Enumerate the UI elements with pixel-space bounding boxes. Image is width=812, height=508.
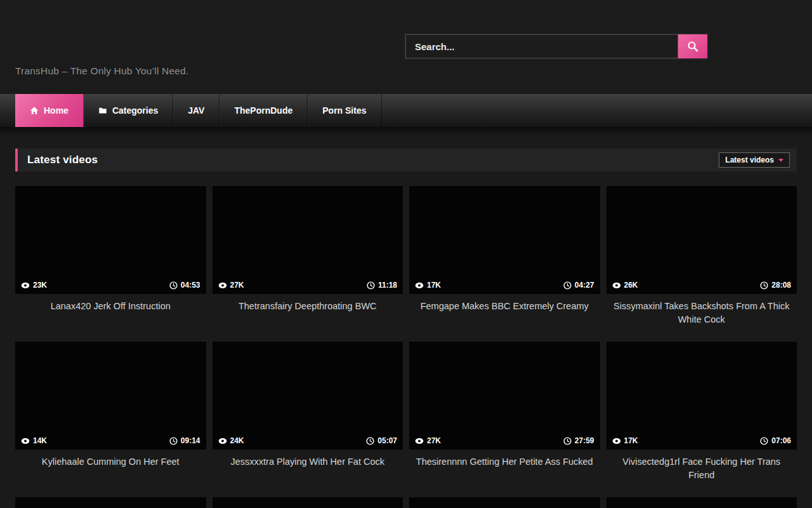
nav-item-theporndude[interactable]: ThePornDude (219, 94, 308, 127)
video-card[interactable] (15, 497, 206, 508)
video-duration-value: 11:18 (378, 281, 397, 290)
video-card[interactable]: 17K 04:27 Femgape Makes BBC Extremely Cr… (409, 186, 600, 326)
thumbnail-meta: 27K 11:18 (213, 276, 403, 294)
video-title[interactable]: Thesirennnn Getting Her Petite Ass Fucke… (409, 455, 600, 478)
video-card[interactable] (409, 497, 600, 508)
view-count-value: 17K (427, 281, 441, 290)
video-thumbnail[interactable]: 27K 27:59 (409, 342, 600, 450)
video-duration-value: 09:14 (181, 436, 200, 445)
video-thumbnail[interactable]: 14K 09:14 (15, 342, 206, 450)
video-thumbnail[interactable] (409, 497, 600, 508)
video-title[interactable]: Thetransfairy Deepthroating BWC (213, 300, 403, 323)
nav-item-categories[interactable]: Categories (84, 94, 173, 127)
eye-icon (21, 282, 30, 289)
video-card[interactable] (213, 497, 403, 508)
video-card[interactable] (606, 497, 797, 508)
thumbnail-meta: 17K 07:06 (606, 432, 797, 450)
video-duration-value: 07:06 (771, 436, 791, 445)
nav-item-label: ThePornDude (234, 105, 292, 116)
clock-icon (169, 437, 178, 445)
video-duration-value: 28:08 (771, 281, 791, 290)
video-card[interactable]: 14K 09:14 Kyliehaale Cumming On Her Feet (15, 342, 206, 482)
search-input[interactable] (405, 34, 678, 58)
video-thumbnail[interactable]: 23K 04:53 (15, 186, 206, 294)
view-count: 23K (21, 281, 47, 290)
video-thumbnail[interactable]: 17K 04:27 (409, 186, 600, 294)
video-duration: 28:08 (760, 281, 791, 290)
view-count: 14K (21, 436, 47, 445)
thumbnail-meta: 26K 28:08 (606, 276, 797, 294)
nav-item-jav[interactable]: JAV (173, 94, 219, 127)
video-card[interactable]: 24K 05:07 Jessxxxtra Playing With Her Fa… (213, 342, 403, 482)
view-count: 24K (218, 436, 244, 445)
search-icon (687, 41, 698, 52)
eye-icon (21, 438, 30, 444)
video-card[interactable]: 27K 27:59 Thesirennnn Getting Her Petite… (409, 342, 600, 482)
nav-item-label: Home (44, 105, 69, 116)
view-count-value: 24K (230, 436, 244, 445)
clock-icon (366, 437, 374, 445)
nav-item-porn-sites[interactable]: Porn Sites (308, 94, 381, 127)
view-count: 17K (415, 281, 441, 290)
main-nav: Home Categories JAV ThePornDude Porn Sit… (0, 94, 812, 127)
video-duration-value: 05:07 (377, 436, 397, 445)
video-title[interactable]: Jessxxxtra Playing With Her Fat Cock (213, 455, 403, 478)
view-count-value: 14K (33, 436, 47, 445)
search-button[interactable] (678, 34, 707, 58)
video-thumbnail[interactable]: 26K 28:08 (606, 186, 797, 294)
video-thumbnail[interactable]: 17K 07:06 (606, 342, 797, 450)
video-duration: 04:53 (169, 281, 200, 290)
view-count-value: 27K (230, 281, 244, 290)
thumbnail-meta: 27K 27:59 (409, 432, 600, 450)
video-duration-value: 04:53 (181, 281, 200, 290)
video-title[interactable]: Kyliehaale Cumming On Her Feet (15, 455, 206, 478)
view-count: 26K (612, 281, 638, 290)
video-title[interactable]: Vivisectedg1rl Face Fucking Her Trans Fr… (606, 455, 797, 482)
video-grid-partial-row (15, 497, 797, 508)
view-count-value: 17K (624, 436, 638, 445)
search-bar (405, 34, 707, 58)
video-thumbnail[interactable] (15, 497, 206, 508)
video-duration: 05:07 (366, 436, 397, 445)
clock-icon (760, 437, 768, 445)
video-title[interactable]: Femgape Makes BBC Extremely Creamy (409, 300, 600, 323)
main-content: Latest videos Latest videos 23K (15, 149, 797, 508)
video-thumbnail[interactable]: 27K 11:18 (213, 186, 403, 294)
eye-icon (612, 438, 621, 444)
video-thumbnail[interactable] (606, 497, 797, 508)
video-card[interactable]: 26K 28:08 Sissymaxinl Takes Backshots Fr… (606, 186, 797, 326)
view-count: 27K (415, 436, 441, 445)
clock-icon (169, 281, 178, 290)
folder-icon (98, 106, 107, 115)
video-duration: 07:06 (760, 436, 791, 445)
video-thumbnail[interactable] (213, 497, 403, 508)
video-card[interactable]: 17K 07:06 Vivisectedg1rl Face Fucking He… (606, 342, 797, 482)
eye-icon (415, 282, 424, 289)
nav-item-label: JAV (188, 105, 204, 116)
view-count-value: 26K (624, 281, 638, 290)
clock-icon (367, 281, 375, 290)
eye-icon (218, 438, 227, 444)
site-tagline: TransHub – The Only Hub You’ll Need. (15, 65, 188, 77)
video-card[interactable]: 27K 11:18 Thetransfairy Deepthroating BW… (213, 186, 403, 326)
video-title[interactable]: Lanax420 Jerk Off Instruction (15, 300, 206, 323)
nav-item-label: Porn Sites (322, 105, 366, 116)
thumbnail-meta: 24K 05:07 (213, 432, 403, 450)
nav-item-label: Categories (112, 105, 158, 116)
sort-dropdown[interactable]: Latest videos (719, 152, 790, 168)
video-duration-value: 04:27 (575, 281, 594, 290)
nav-item-home[interactable]: Home (15, 94, 84, 127)
video-thumbnail[interactable]: 24K 05:07 (213, 342, 403, 450)
clock-icon (760, 281, 768, 290)
site-header: TransHub – The Only Hub You’ll Need. (0, 0, 812, 94)
home-icon (30, 106, 39, 115)
video-title[interactable]: Sissymaxinl Takes Backshots From A Thick… (606, 300, 797, 326)
section-title: Latest videos (27, 154, 98, 166)
video-duration: 27:59 (563, 436, 594, 445)
video-duration-value: 27:59 (575, 436, 594, 445)
section-header: Latest videos Latest videos (15, 149, 797, 171)
video-card[interactable]: 23K 04:53 Lanax420 Jerk Off Instruction (15, 186, 206, 326)
eye-icon (415, 438, 424, 444)
video-duration: 09:14 (169, 436, 200, 445)
view-count: 17K (612, 436, 638, 445)
